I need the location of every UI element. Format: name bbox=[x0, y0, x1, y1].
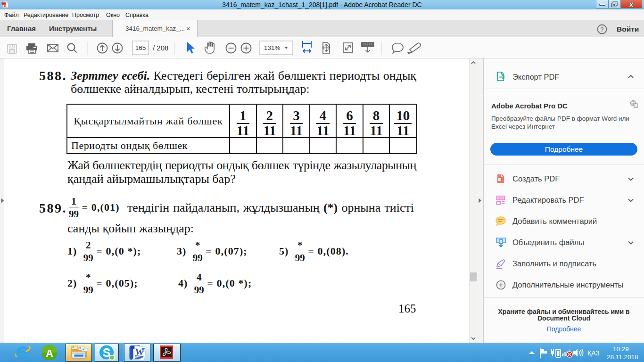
svg-text:165: 165 bbox=[135, 44, 146, 51]
svg-text:?: ? bbox=[601, 26, 604, 33]
svg-text:/ 208: / 208 bbox=[153, 44, 168, 52]
svg-text:131%: 131% bbox=[264, 44, 281, 51]
svg-text:A: A bbox=[46, 347, 53, 359]
